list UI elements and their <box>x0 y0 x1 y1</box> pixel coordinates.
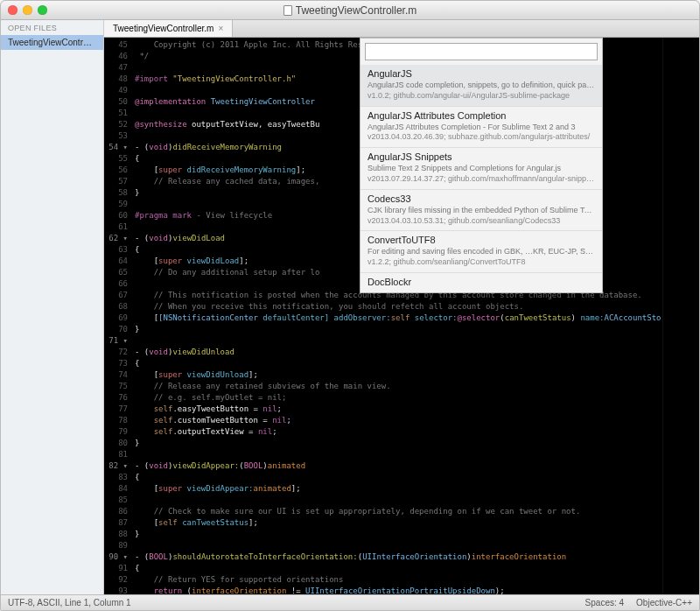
line-number[interactable]: 50 <box>106 96 128 108</box>
line-number[interactable]: 45 <box>106 39 128 51</box>
titlebar[interactable]: TweetingViewController.m <box>1 1 699 20</box>
line-number[interactable]: 48 <box>106 74 128 85</box>
code-line[interactable]: - (void)viewDidUnload <box>135 347 662 358</box>
line-number[interactable]: 55 <box>106 153 128 165</box>
line-number[interactable]: 53 <box>106 130 128 142</box>
line-number[interactable]: 82 ▾ <box>106 460 128 472</box>
code-line[interactable]: { <box>135 358 662 369</box>
line-number[interactable]: 80 <box>106 438 128 449</box>
code-line[interactable]: - (BOOL)shouldAutorotateToInterfaceOrien… <box>135 551 662 563</box>
palette-item-name: DocBlockr <box>368 277 595 287</box>
line-number[interactable]: 77 <box>106 404 128 415</box>
status-encoding[interactable]: UTF-8, ASCII, Line 1, Column 1 <box>8 598 131 607</box>
line-number[interactable]: 57 <box>106 176 128 187</box>
line-number[interactable]: 92 <box>106 574 128 586</box>
line-number[interactable]: 63 <box>106 244 128 256</box>
code-line[interactable]: self.customTweetButton = nil; <box>135 415 662 426</box>
line-number[interactable]: 68 <box>106 301 128 313</box>
code-line[interactable] <box>135 540 662 551</box>
line-number[interactable]: 61 <box>106 221 128 233</box>
code-line[interactable]: } <box>135 438 662 449</box>
code-line[interactable]: { <box>135 563 662 574</box>
palette-item[interactable]: AngularJSAngularJS code completion, snip… <box>360 65 602 106</box>
line-number[interactable]: 75 <box>106 381 128 392</box>
line-number[interactable]: 83 <box>106 472 128 483</box>
code-line[interactable]: self.outputTextView = nil; <box>135 426 662 438</box>
line-number[interactable]: 64 <box>106 256 128 267</box>
code-line[interactable]: - (void)viewDidAppear:(BOOL)animated <box>135 460 662 472</box>
palette-item[interactable]: ConvertToUTF8For editing and saving file… <box>360 230 602 272</box>
line-number[interactable]: 86 <box>106 506 128 517</box>
code-line[interactable]: // When you receive this notification, y… <box>135 301 662 313</box>
line-number[interactable]: 54 ▾ <box>106 142 128 153</box>
line-number[interactable]: 88 <box>106 529 128 540</box>
line-number[interactable]: 66 <box>106 278 128 290</box>
code-line[interactable]: // e.g. self.myOutlet = nil; <box>135 392 662 404</box>
close-tab-icon[interactable]: × <box>218 24 223 33</box>
line-number[interactable]: 47 <box>106 62 128 74</box>
tab-label: TweetingViewController.m <box>113 24 214 33</box>
line-number[interactable]: 71 ▾ <box>106 335 128 347</box>
sidebar-open-file[interactable]: TweetingViewControlle… <box>1 35 103 50</box>
line-number[interactable]: 62 ▾ <box>106 233 128 244</box>
line-number[interactable]: 60 <box>106 210 128 221</box>
palette-item-name: AngularJS Snippets <box>368 151 595 162</box>
code-line[interactable]: self.easyTweetButton = nil; <box>135 404 662 415</box>
code-line[interactable]: [super viewDidUnload]; <box>135 369 662 381</box>
line-number[interactable]: 76 <box>106 392 128 404</box>
code-line[interactable] <box>135 449 662 460</box>
command-palette-input[interactable] <box>365 43 598 60</box>
code-line[interactable]: { <box>135 472 662 483</box>
line-number[interactable]: 73 <box>106 358 128 369</box>
code-line[interactable]: [super viewDidAppear:animated]; <box>135 483 662 495</box>
line-number[interactable]: 78 <box>106 415 128 426</box>
line-number[interactable]: 91 <box>106 563 128 574</box>
code-line[interactable]: [self canTweetStatus]; <box>135 517 662 529</box>
app-window: TweetingViewController.m OPEN FILES Twee… <box>0 0 700 611</box>
minimap[interactable]: Copyright (c) 2011 Apple Inc. All Rights… <box>662 38 699 594</box>
line-number[interactable]: 74 <box>106 369 128 381</box>
code-line[interactable]: // Return YES for supported orientations <box>135 574 662 586</box>
line-number[interactable]: 90 ▾ <box>106 551 128 563</box>
line-number[interactable]: 85 <box>106 495 128 506</box>
code-line[interactable] <box>135 335 662 347</box>
command-palette[interactable]: AngularJSAngularJS code completion, snip… <box>360 38 603 293</box>
line-number[interactable]: 65 <box>106 267 128 278</box>
line-number[interactable]: 58 <box>106 187 128 199</box>
document-icon <box>284 5 292 16</box>
line-number[interactable]: 84 <box>106 483 128 495</box>
line-number[interactable]: 70 <box>106 324 128 335</box>
line-number[interactable]: 52 <box>106 119 128 130</box>
line-number[interactable]: 51 <box>106 108 128 119</box>
palette-item[interactable]: Codecs33CJK library files missing in the… <box>360 189 602 231</box>
code-line[interactable]: return (interfaceOrientation != UIInterf… <box>135 586 662 594</box>
status-indent[interactable]: Spaces: 4 <box>585 598 624 607</box>
code-line[interactable]: // Release any retained subviews of the … <box>135 381 662 392</box>
line-number[interactable]: 72 <box>106 347 128 358</box>
sidebar[interactable]: OPEN FILES TweetingViewControlle… <box>1 20 104 594</box>
line-number[interactable]: 81 <box>106 449 128 460</box>
line-number[interactable]: 49 <box>106 85 128 96</box>
palette-item[interactable]: AngularJS SnippetsSublime Text 2 Snippet… <box>360 147 602 189</box>
line-number[interactable]: 69 <box>106 313 128 324</box>
palette-item[interactable]: DocBlockr <box>360 272 602 292</box>
line-number-gutter[interactable]: 45464748495051525354 ▾5556575859606162 ▾… <box>104 38 131 594</box>
line-number[interactable]: 59 <box>106 199 128 210</box>
line-number[interactable]: 87 <box>106 517 128 529</box>
line-number[interactable]: 46 <box>106 51 128 62</box>
line-number[interactable]: 93 <box>106 586 128 594</box>
code-line[interactable]: } <box>135 324 662 335</box>
code-line[interactable] <box>135 495 662 506</box>
code-line[interactable]: // Check to make sure our UI is set up a… <box>135 506 662 517</box>
code-line[interactable]: } <box>135 529 662 540</box>
code-line[interactable]: [[NSNotificationCenter defaultCenter] ad… <box>135 313 662 324</box>
tab-active[interactable]: TweetingViewController.m × <box>104 20 233 37</box>
line-number[interactable]: 79 <box>106 426 128 438</box>
tab-bar[interactable]: TweetingViewController.m × <box>104 20 699 38</box>
status-bar[interactable]: UTF-8, ASCII, Line 1, Column 1 Spaces: 4… <box>1 594 699 610</box>
line-number[interactable]: 67 <box>106 290 128 301</box>
status-syntax[interactable]: Objective-C++ <box>636 598 692 607</box>
line-number[interactable]: 89 <box>106 540 128 551</box>
line-number[interactable]: 56 <box>106 165 128 176</box>
palette-item[interactable]: AngularJS Attributes CompletionAngularJS… <box>360 106 602 148</box>
